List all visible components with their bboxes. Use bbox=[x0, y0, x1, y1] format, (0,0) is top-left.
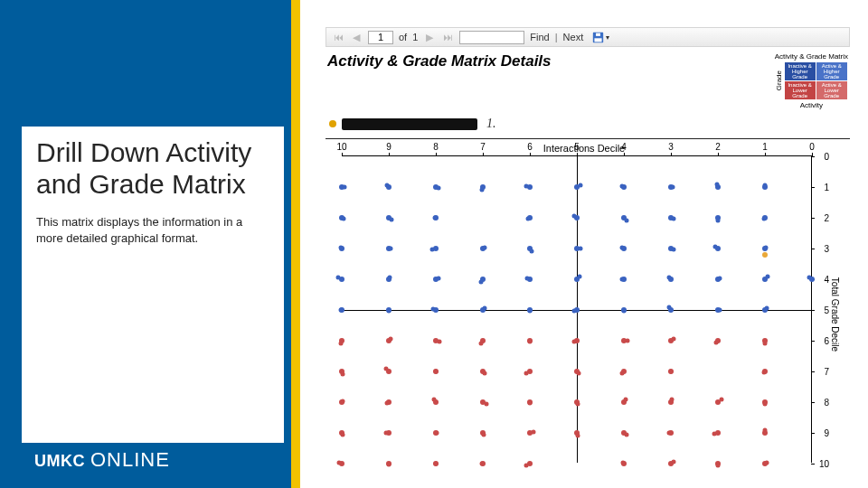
data-point bbox=[715, 464, 720, 468]
data-point bbox=[576, 433, 580, 437]
legend-y-label: Grade bbox=[775, 70, 783, 90]
data-point bbox=[524, 183, 529, 188]
x-tick-label: 8 bbox=[433, 142, 439, 152]
data-point bbox=[524, 276, 529, 280]
data-point bbox=[625, 218, 629, 222]
logo-mark: UMKC bbox=[34, 452, 85, 471]
data-point bbox=[765, 461, 769, 465]
data-point bbox=[336, 276, 341, 280]
data-point bbox=[762, 252, 768, 258]
data-point bbox=[719, 398, 723, 402]
legend-cell-active-higher: Active & Higher Grade bbox=[816, 62, 847, 80]
data-point bbox=[384, 401, 389, 406]
slide-title: Drill Down Activity and Grade Matrix bbox=[36, 137, 269, 200]
prev-page-icon[interactable]: ◀ bbox=[350, 31, 363, 43]
data-point bbox=[437, 340, 441, 344]
data-point bbox=[670, 398, 675, 402]
data-point bbox=[624, 432, 628, 436]
y-tick-label: 1 bbox=[824, 183, 829, 192]
data-point bbox=[621, 461, 626, 465]
last-page-icon[interactable]: ⏭ bbox=[441, 31, 454, 43]
data-point bbox=[482, 245, 486, 249]
data-point bbox=[531, 429, 535, 434]
report-toolbar: ⏮ ◀ of 1 ▶ ⏭ Find | Next ▾ bbox=[326, 27, 850, 47]
data-point bbox=[671, 184, 675, 189]
horizontal-rule bbox=[326, 138, 850, 139]
data-point bbox=[672, 247, 676, 251]
item-number: 1. bbox=[486, 117, 496, 131]
page-number-input[interactable] bbox=[368, 31, 393, 44]
data-point bbox=[765, 275, 769, 279]
page-count: 1 bbox=[412, 32, 418, 42]
data-point bbox=[528, 400, 533, 405]
next-page-icon[interactable]: ▶ bbox=[423, 31, 436, 43]
y-tick-label: 10 bbox=[819, 459, 829, 469]
slide-description: This matrix displays the information in … bbox=[36, 214, 269, 246]
data-point bbox=[572, 340, 577, 344]
x-tick-label: 2 bbox=[715, 142, 721, 152]
next-label[interactable]: Next bbox=[563, 32, 584, 42]
x-tick-label: 1 bbox=[762, 142, 768, 152]
data-point bbox=[341, 432, 345, 436]
data-point bbox=[667, 305, 672, 310]
x-tick-label: 3 bbox=[668, 142, 674, 152]
x-tick-label: 4 bbox=[621, 142, 627, 152]
data-point bbox=[625, 339, 629, 343]
first-page-icon[interactable]: ⏮ bbox=[332, 31, 344, 43]
data-point bbox=[576, 371, 580, 376]
data-point bbox=[761, 216, 766, 221]
find-input[interactable] bbox=[459, 31, 524, 44]
data-point bbox=[478, 279, 483, 284]
data-point bbox=[338, 308, 343, 313]
x-tick-label: 0 bbox=[809, 142, 815, 152]
data-point bbox=[384, 431, 389, 436]
y-tick-label: 7 bbox=[824, 367, 829, 377]
data-point bbox=[764, 305, 769, 310]
data-point bbox=[717, 307, 722, 312]
data-point bbox=[576, 401, 580, 406]
data-point bbox=[524, 464, 529, 468]
data-point bbox=[571, 308, 576, 313]
x-tick-label: 5 bbox=[574, 142, 580, 152]
legend-title: Activity & Grade Matrix bbox=[775, 52, 848, 61]
text-card: Drill Down Activity and Grade Matrix Thi… bbox=[22, 127, 284, 443]
y-tick-label: 9 bbox=[824, 428, 829, 438]
data-point bbox=[384, 183, 389, 187]
data-point bbox=[341, 399, 345, 404]
data-point bbox=[713, 341, 718, 345]
data-point bbox=[620, 184, 625, 189]
data-point bbox=[668, 370, 673, 374]
data-point bbox=[387, 463, 392, 467]
data-point bbox=[712, 244, 717, 249]
data-point bbox=[479, 462, 484, 466]
redacted-bar bbox=[342, 118, 477, 130]
data-point bbox=[714, 183, 719, 187]
data-point bbox=[672, 337, 676, 342]
export-button[interactable]: ▾ bbox=[592, 32, 609, 43]
legend-cell-inactive-higher: Inactive & Higher Grade bbox=[785, 62, 816, 80]
data-point bbox=[807, 276, 811, 280]
data-point bbox=[431, 306, 436, 311]
x-tick-label: 7 bbox=[480, 142, 486, 152]
y-tick-label: 6 bbox=[824, 336, 829, 346]
data-point bbox=[435, 430, 439, 435]
data-point bbox=[530, 249, 534, 253]
legend-x-label: Activity bbox=[775, 101, 848, 109]
yellow-divider bbox=[291, 0, 300, 488]
data-point bbox=[483, 371, 487, 376]
data-point bbox=[762, 341, 767, 345]
y-tick-label: 3 bbox=[824, 244, 829, 254]
data-point bbox=[578, 183, 582, 187]
plot-x-title: Interactions Decile bbox=[331, 143, 837, 154]
toolbar-separator: | bbox=[555, 32, 558, 42]
y-tick-label: 8 bbox=[824, 398, 829, 408]
dropdown-caret-icon: ▾ bbox=[606, 33, 609, 42]
data-point bbox=[337, 461, 342, 465]
data-point bbox=[571, 214, 576, 219]
find-label[interactable]: Find bbox=[530, 32, 549, 42]
umkc-logo: UMKC ONLINE bbox=[34, 448, 170, 472]
data-point bbox=[524, 371, 529, 376]
data-point bbox=[482, 306, 486, 311]
legend-cell-active-lower: Active & Lower Grade bbox=[816, 81, 847, 99]
data-point bbox=[341, 217, 345, 221]
